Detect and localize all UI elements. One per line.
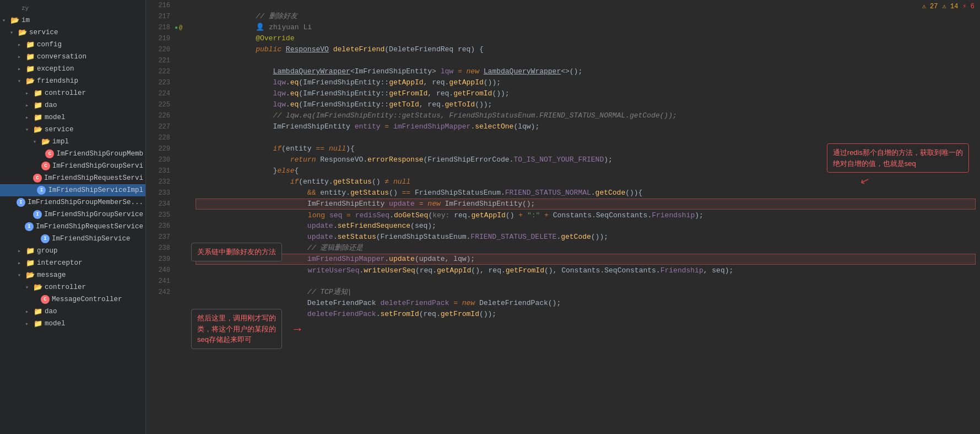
folder-icon: 📁 <box>25 259 35 267</box>
code-line: public ResponseVO deleteFriend(DeleteFri… <box>196 33 976 44</box>
sidebar-item-service-inner[interactable]: ▾📂service <box>0 124 145 136</box>
sidebar-item-model[interactable]: ▸📁model <box>0 111 145 124</box>
sidebar-item-ImFriendShipGroupService[interactable]: IImFriendShipGroupService <box>0 208 145 221</box>
file-tree[interactable]: zy▾📂im▾📂service▸📁config▸📁conversation▸📁e… <box>0 0 146 434</box>
sidebar-item-ImFriendShipService[interactable]: IImFriendShipService <box>0 233 145 245</box>
tree-label: ImFriendShipGroupService <box>44 211 143 218</box>
code-line: update.setStatus(FriendShipStatusEnum.FR… <box>196 221 976 232</box>
code-line-highlighted: long seq = redisSeq.doGetSeq(key: req.ge… <box>196 199 976 210</box>
tree-label: config <box>37 41 62 49</box>
tree-arrow: ▸ <box>18 53 25 60</box>
tree-arrow: ▸ <box>18 260 25 266</box>
code-line: imFriendShipMapper.update(update, lqw); <box>196 243 976 254</box>
tree-arrow: ▾ <box>18 78 25 84</box>
java-interface-icon: I <box>17 198 25 207</box>
code-line: update.setFriendSequence(seq); <box>196 210 976 221</box>
annotation-bubble-1: 关系链中删除好友的方法 <box>191 243 282 261</box>
sidebar-item-ImFriendShipGroupServi[interactable]: CImFriendShipGroupServi <box>0 160 145 172</box>
sidebar-item-ImFriendShipGroupMemb[interactable]: CImFriendShipGroupMemb <box>0 148 145 160</box>
tree-arrow: ▾ <box>25 126 33 133</box>
sidebar-item-conversation[interactable]: ▸📁conversation <box>0 51 145 63</box>
line-numbers: 216 217 218 219 220 221 222 223 224 225 … <box>146 0 175 309</box>
folder-icon: 📁 <box>33 319 43 328</box>
sidebar-item-ImFriendShipGroupMemberSe[interactable]: IImFriendShipGroupMemberSe... <box>0 196 145 208</box>
sidebar-item-config[interactable]: ▸📁config <box>0 39 145 51</box>
tree-label: zy <box>21 5 29 12</box>
code-line: lqw.eq(ImFriendShipEntity::getAppId, req… <box>196 66 976 77</box>
at-icon: @ <box>179 25 182 31</box>
tree-arrow: ▸ <box>25 90 33 97</box>
sidebar-item-model2[interactable]: ▸📁model <box>0 318 145 330</box>
code-line: // lqw.eq(ImFriendShipEntity::getStatus,… <box>196 99 976 110</box>
tree-label: model <box>45 320 66 328</box>
tree-arrow: ▸ <box>25 308 33 315</box>
code-editor: ⚠ 27 ⚠ 14 ⚡ 6 216 217 218 219 220 221 22… <box>146 0 980 434</box>
folder-icon: 📁 <box>25 247 35 255</box>
code-line: LambdaQueryWrapper<ImFriendShipEntity> l… <box>196 55 976 66</box>
tree-label: impl <box>52 138 69 146</box>
java-class-icon: C <box>41 162 50 170</box>
code-line: // 逻辑删除还是 <box>196 232 976 243</box>
sidebar-item-friendship[interactable]: ▾📂friendship <box>0 75 145 87</box>
tree-label: controller <box>45 283 86 291</box>
sidebar-item-MessageController[interactable]: CMessageController <box>0 293 145 306</box>
folder-icon: 📁 <box>33 113 43 122</box>
tree-label: controller <box>45 89 86 97</box>
tree-label: interceptor <box>37 259 83 267</box>
annotation-text-3: 然后这里，调用刚才写的类，将这个用户的某段的seq存储起来即可 <box>197 314 276 344</box>
tree-arrow: ▸ <box>18 41 25 48</box>
code-line: ImFriendShipEntity entity = imFriendShip… <box>196 110 976 121</box>
tree-arrow: ▾ <box>18 272 25 278</box>
tree-label: im <box>21 17 30 24</box>
java-interface-icon: I <box>37 186 46 195</box>
code-line: lqw.eq(ImFriendShipEntity::getFromId, re… <box>196 77 976 88</box>
tree-label: group <box>37 247 58 255</box>
sidebar-item-controller[interactable]: ▸📁controller <box>0 87 145 99</box>
error-badge: ⚡ 6 <box>962 2 974 10</box>
sidebar-item-controller2[interactable]: ▾📂controller <box>0 281 145 293</box>
annotation-bubble-3: 然后这里，调用刚才写的类，将这个用户的某段的seq存储起来即可 → <box>191 309 282 349</box>
sidebar-item-im[interactable]: ▾📂im <box>0 14 145 26</box>
warning-badge-2: ⚠ 14 <box>943 2 959 10</box>
code-line: lqw.eq(ImFriendShipEntity::getToId, req.… <box>196 88 976 99</box>
tree-label: ImFriendShipRequestService <box>36 223 143 231</box>
java-class-icon: C <box>45 149 54 158</box>
folder-icon: 📂 <box>25 77 35 85</box>
sidebar-item-zy[interactable]: zy <box>0 2 145 14</box>
sidebar-item-dao[interactable]: ▸📁dao <box>0 99 145 111</box>
tree-label: conversation <box>37 53 86 61</box>
sidebar-item-service-root[interactable]: ▾📂service <box>0 26 145 39</box>
sidebar-item-ImFriendShipRequestService[interactable]: IImFriendShipRequestService <box>0 221 145 233</box>
folder-icon: 📁 <box>25 40 35 49</box>
status-bar: ⚠ 27 ⚠ 14 ⚡ 6 <box>922 0 974 12</box>
code-content: // 删除好友 👤 zhiyuan Li @Override public Re… <box>191 0 980 309</box>
sidebar-item-ImFriendShipServiceImpl[interactable]: IImFriendShipServiceImpl <box>0 184 145 196</box>
tree-arrow: ▾ <box>33 138 41 145</box>
code-line <box>196 44 976 55</box>
tree-label: ImFriendShipService <box>52 235 131 243</box>
folder-icon: 📂 <box>33 283 43 292</box>
sidebar-item-group[interactable]: ▸📁group <box>0 245 145 257</box>
code-line: if(entity == null){ <box>196 132 976 143</box>
sidebar-item-interceptor[interactable]: ▸📁interceptor <box>0 257 145 269</box>
tree-arrow: ▸ <box>25 320 33 327</box>
sidebar-item-impl[interactable]: ▾📂impl <box>0 136 145 148</box>
code-line: deleteFriendPack.setFromId(req.getFromId… <box>196 298 976 309</box>
tree-label: ImFriendShipGroupMemberSe... <box>28 199 143 206</box>
code-line <box>196 265 976 276</box>
sidebar-item-message[interactable]: ▾📂message <box>0 269 145 281</box>
java-interface-icon: I <box>41 234 50 243</box>
sidebar-item-dao2[interactable]: ▸📁dao <box>0 306 145 318</box>
sidebar-item-exception[interactable]: ▸📁exception <box>0 63 145 75</box>
bean-icon: ● <box>175 25 178 31</box>
folder-icon: 📂 <box>33 125 43 134</box>
folder-icon: 📁 <box>33 307 43 316</box>
tree-label: model <box>45 114 66 121</box>
tree-arrow: ▾ <box>25 284 33 291</box>
code-line: // TCP通知| <box>196 276 976 287</box>
code-line-highlighted-2: writeUserSeq.writeUserSeq(req.getAppId()… <box>196 254 976 265</box>
sidebar-item-ImFriendShipRequestServi[interactable]: CImFriendShipRequestServi <box>0 172 145 184</box>
annotation-text-1: 关系链中删除好友的方法 <box>197 248 276 256</box>
folder-icon: 📂 <box>10 16 20 25</box>
folder-icon: 📁 <box>25 65 35 73</box>
